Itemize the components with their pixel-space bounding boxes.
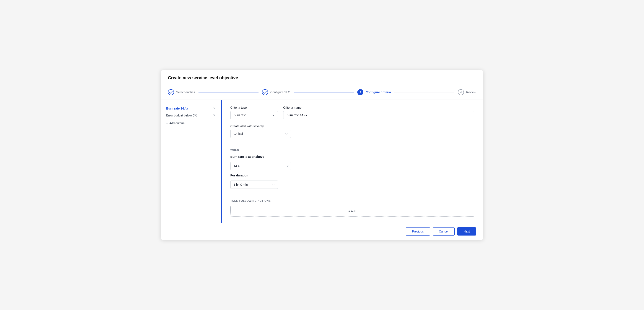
step-configure-criteria: 3 Configure criteria — [357, 89, 391, 95]
divider-2 — [230, 194, 474, 194]
duration-select[interactable]: 1 hr, 0 min — [230, 181, 278, 189]
criteria-type-select[interactable]: Burn rate — [230, 111, 278, 119]
modal-title: Create new service level objective — [168, 75, 476, 80]
step-2-label: Configure SLO — [270, 90, 290, 94]
step-2-icon — [262, 89, 268, 95]
actions-label: TAKE FOLLOWING ACTIONS — [230, 199, 474, 202]
step-3-icon: 3 — [357, 89, 364, 95]
severity-group: Create alert with severity Critical — [230, 124, 291, 138]
sidebar-item-error-budget[interactable]: Error budget below 5% × — [165, 112, 217, 119]
criteria-name-group: Criteria name — [283, 106, 474, 119]
next-button[interactable]: Next — [457, 227, 476, 236]
remove-error-budget-button[interactable]: × — [212, 114, 216, 117]
criteria-type-label: Criteria type — [230, 106, 278, 109]
burn-rate-input-wrap: x — [230, 162, 291, 170]
step-3-label: Configure criteria — [366, 90, 391, 94]
remove-burn-rate-button[interactable]: × — [212, 107, 216, 110]
connector-2 — [294, 92, 354, 92]
burn-rate-clear-button[interactable]: x — [287, 165, 288, 168]
main-form: Criteria type Burn rate Criteria name Cr… — [222, 100, 483, 223]
modal-body: Burn rate 14.4x × Error budget below 5% … — [161, 100, 483, 223]
step-review: 4 Review — [458, 89, 476, 95]
connector-1 — [198, 92, 258, 92]
cancel-button[interactable]: Cancel — [433, 227, 455, 236]
add-action-button[interactable]: + Add — [230, 206, 474, 217]
duration-field-label: For duration — [230, 174, 474, 177]
duration-group: For duration 1 hr, 0 min — [230, 174, 474, 189]
when-label: WHEN — [230, 149, 474, 152]
severity-select[interactable]: Critical — [230, 130, 291, 138]
burn-rate-input[interactable] — [230, 162, 291, 170]
add-criteria-button[interactable]: + Add criteria — [165, 120, 217, 127]
criteria-row: Criteria type Burn rate Criteria name — [230, 106, 474, 119]
criteria-type-group: Criteria type Burn rate — [230, 106, 278, 119]
burn-rate-field-label: Burn rate is at or above — [230, 155, 474, 158]
step-4-label: Review — [466, 90, 476, 94]
create-slo-modal: Create new service level objective Selec… — [161, 70, 483, 240]
add-criteria-label: Add criteria — [169, 121, 184, 125]
criteria-sidebar: Burn rate 14.4x × Error budget below 5% … — [161, 100, 222, 223]
step-1-label: Select entities — [176, 90, 195, 94]
step-select-entities: Select entities — [168, 89, 195, 95]
modal-footer: Previous Cancel Next — [161, 223, 483, 240]
actions-section: TAKE FOLLOWING ACTIONS + Add — [230, 199, 474, 217]
stepper: Select entities Configure SLO 3 Configur… — [161, 85, 483, 100]
step-configure-slo: Configure SLO — [262, 89, 290, 95]
connector-3 — [394, 92, 454, 92]
duration-select-wrap: 1 hr, 0 min — [230, 181, 278, 189]
previous-button[interactable]: Previous — [406, 227, 430, 236]
plus-icon: + — [166, 121, 168, 125]
step-4-icon: 4 — [458, 89, 464, 95]
criteria-name-label: Criteria name — [283, 106, 474, 109]
step-1-icon — [168, 89, 174, 95]
sidebar-item-burn-rate-label: Burn rate 14.4x — [166, 107, 188, 110]
sidebar-item-error-budget-label: Error budget below 5% — [166, 114, 197, 117]
divider-1 — [230, 143, 474, 143]
sidebar-item-burn-rate[interactable]: Burn rate 14.4x × — [165, 105, 217, 112]
severity-label: Create alert with severity — [230, 124, 291, 128]
burn-rate-group: Burn rate is at or above x — [230, 155, 474, 170]
modal-header: Create new service level objective — [161, 70, 483, 85]
criteria-name-input[interactable] — [283, 111, 474, 119]
